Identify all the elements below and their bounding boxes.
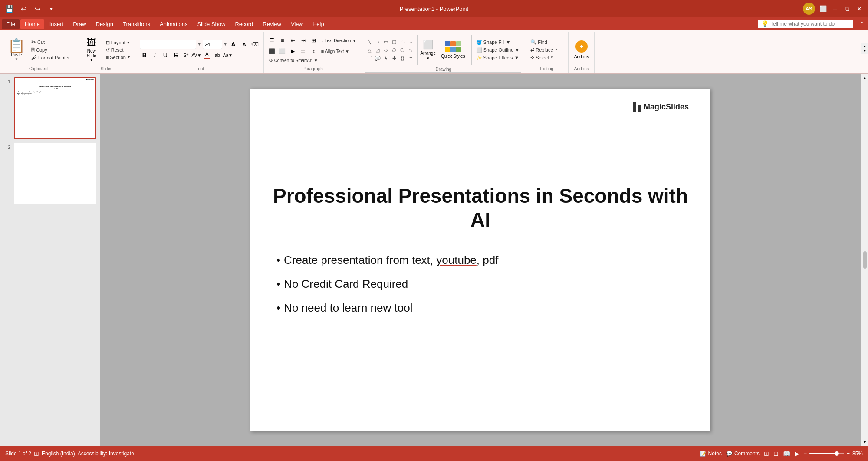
slide-canvas[interactable]: MagicSlides Professional Presentations i… <box>250 89 710 431</box>
new-slide-button[interactable]: 🖼 NewSlide ▼ <box>81 36 102 63</box>
menu-help[interactable]: Help <box>308 19 329 29</box>
menu-design[interactable]: Design <box>92 19 118 29</box>
search-bar[interactable]: 💡 <box>758 20 853 28</box>
italic-button[interactable]: I <box>150 50 160 60</box>
view-reading-button[interactable]: 📖 <box>783 450 790 457</box>
notes-button[interactable]: 📝 Notes <box>700 451 722 457</box>
numbering-button[interactable]: ≡ <box>278 36 287 45</box>
increase-font-button[interactable]: A <box>229 40 238 49</box>
canvas-scroll-down[interactable]: ▼ <box>863 440 867 445</box>
menu-insert[interactable]: Insert <box>45 19 68 29</box>
canvas-scroll-up[interactable]: ▲ <box>863 76 867 80</box>
shape-rtriangle[interactable]: ◿ <box>374 46 381 54</box>
zoom-slider[interactable]: − + 85% <box>804 451 863 457</box>
search-input[interactable] <box>770 21 850 27</box>
slide-title[interactable]: Professional Presentations in Seconds wi… <box>272 184 689 232</box>
ribbon-scroll-up[interactable]: ▲ <box>863 44 867 48</box>
zoom-track[interactable] <box>809 453 844 454</box>
slide-panel-toggle[interactable]: ⊞ <box>34 450 39 457</box>
align-text-button[interactable]: ≡Align Text ▼ <box>319 48 351 54</box>
shape-more[interactable]: ⌄ <box>407 38 414 46</box>
underline-button[interactable]: U <box>161 50 170 60</box>
zoom-thumb[interactable] <box>835 451 839 456</box>
layout-button[interactable]: ⊞ Layout ▼ <box>104 40 132 46</box>
comments-button[interactable]: 💬 Comments <box>726 451 760 457</box>
bold-button[interactable]: B <box>140 50 149 60</box>
menu-review[interactable]: Review <box>258 19 286 29</box>
font-size-input[interactable] <box>203 40 222 49</box>
copy-button[interactable]: ⎘ Copy <box>30 46 72 53</box>
shape-cross[interactable]: ✚ <box>390 54 398 62</box>
menu-draw[interactable]: Draw <box>69 19 90 29</box>
redo-icon[interactable]: ↪ <box>32 3 43 14</box>
shape-star[interactable]: ★ <box>382 54 390 62</box>
align-right-button[interactable]: ▶ <box>288 46 298 56</box>
menu-view[interactable]: View <box>286 19 307 29</box>
decrease-indent-button[interactable]: ⇤ <box>288 36 298 45</box>
font-name-input[interactable] <box>140 40 196 49</box>
zoom-out-button[interactable]: − <box>804 451 807 457</box>
find-button[interactable]: 🔍Find <box>529 39 565 45</box>
font-color-button[interactable]: A <box>202 50 212 60</box>
font-case-button[interactable]: Aa▼ <box>223 50 233 60</box>
save-icon[interactable]: 💾 <box>4 3 15 14</box>
slide-thumb-2[interactable]: 2 ■■ MagicSlides <box>3 143 96 205</box>
reset-button[interactable]: ↺ Reset <box>104 47 132 53</box>
convert-smartart-button[interactable]: ⟳Convert to SmartArt ▼ <box>267 57 320 64</box>
format-painter-button[interactable]: 🖌 Format Painter <box>30 54 72 61</box>
menu-slideshow[interactable]: Slide Show <box>193 19 230 29</box>
columns-button[interactable]: ⊞ <box>309 36 319 45</box>
strikethrough-button[interactable]: S <box>171 50 181 60</box>
decrease-font-button[interactable]: A <box>240 40 249 49</box>
menu-transitions[interactable]: Transitions <box>118 19 155 29</box>
shape-freeform[interactable]: ∿ <box>407 46 414 54</box>
shape-eq[interactable]: = <box>407 54 414 62</box>
section-button[interactable]: ≡ Section ▼ <box>104 54 132 60</box>
cut-button[interactable]: ✂ Cut <box>30 38 72 46</box>
slide-thumbnail-2[interactable]: ■■ MagicSlides <box>14 143 96 205</box>
char-spacing-button[interactable]: AV▼ <box>192 50 201 60</box>
ribbon-display-icon[interactable]: ⬜ <box>819 4 827 13</box>
select-button[interactable]: ⊹Select▼ <box>529 54 565 61</box>
menu-home[interactable]: Home <box>20 19 44 29</box>
shape-callout[interactable]: 💬 <box>374 54 381 62</box>
line-spacing-button[interactable]: ↕ <box>309 46 319 56</box>
menu-record[interactable]: Record <box>230 19 257 29</box>
shape-effects-button[interactable]: ✨Shape Effects ▼ <box>474 55 522 61</box>
menu-file[interactable]: File <box>2 19 20 29</box>
ribbon-scroll-down[interactable]: ▼ <box>863 49 867 53</box>
close-icon[interactable]: ✕ <box>855 4 864 13</box>
shape-oval[interactable]: ⬭ <box>398 38 406 46</box>
slide-thumbnail-1[interactable]: ■■ MagicSlides Professional Presentation… <box>14 77 96 139</box>
view-slide-sorter-button[interactable]: ⊟ <box>773 450 779 457</box>
highlight-button[interactable]: ab <box>213 50 222 60</box>
zoom-in-button[interactable]: + <box>847 451 850 457</box>
collapse-ribbon-icon[interactable]: ⌃ <box>858 20 866 28</box>
slide-bullets[interactable]: • Create presentation from text, youtube… <box>276 254 684 325</box>
align-left-button[interactable]: ⬛ <box>267 46 277 56</box>
shape-rect[interactable]: ▭ <box>382 38 390 46</box>
align-center-button[interactable]: ⬜ <box>278 46 287 56</box>
addins-button[interactable]: + Add-ins <box>574 40 589 59</box>
restore-icon[interactable]: ⧉ <box>843 4 852 13</box>
paste-button[interactable]: 📋 Paste ▼ <box>5 37 28 63</box>
shape-fill-button[interactable]: 🪣Shape Fill ▼ <box>474 39 522 46</box>
canvas-scrollbar-thumb[interactable] <box>863 251 867 269</box>
minimize-icon[interactable]: ─ <box>831 4 839 13</box>
user-avatar[interactable]: AS <box>803 3 815 15</box>
shape-arrow[interactable]: → <box>374 38 381 46</box>
accessibility[interactable]: Accessibility: Investigate <box>78 451 134 457</box>
view-normal-button[interactable]: ⊞ <box>764 450 769 457</box>
youtube-link[interactable]: youtube <box>436 254 477 267</box>
replace-button[interactable]: ⇄Replace▼ <box>529 46 565 53</box>
customize-icon[interactable]: ▼ <box>46 3 56 14</box>
increase-indent-button[interactable]: ⇥ <box>299 36 308 45</box>
undo-icon[interactable]: ↩ <box>18 3 29 14</box>
shape-pentagon[interactable]: ⬠ <box>390 46 398 54</box>
shape-bracket[interactable]: {} <box>398 54 406 62</box>
view-slideshow-button[interactable]: ▶ <box>795 450 799 457</box>
shape-line[interactable]: ╲ <box>365 38 373 46</box>
shape-hexagon[interactable]: ⬡ <box>398 46 406 54</box>
justify-button[interactable]: ☰ <box>299 46 308 56</box>
slide-thumb-1[interactable]: 1 ■■ MagicSlides Professional Presentati… <box>3 77 96 139</box>
